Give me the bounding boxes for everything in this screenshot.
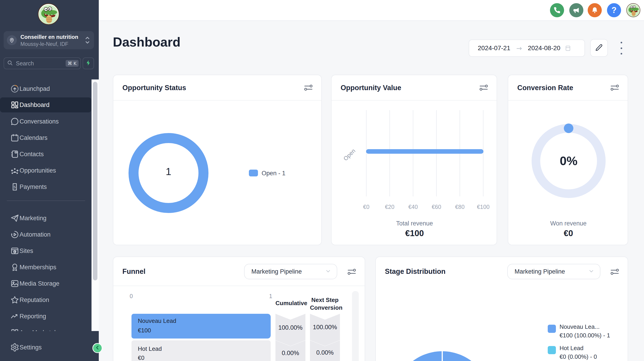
x-tick: €0 xyxy=(357,204,375,210)
funnel-cumulative-value: 0.00% xyxy=(276,350,306,357)
phone-icon xyxy=(554,6,561,14)
legend-swatch-open[interactable] xyxy=(249,170,258,176)
more-options-button[interactable] xyxy=(618,42,624,54)
megaphone-icon xyxy=(573,6,580,14)
location-switcher[interactable]: Conseiller en nutrition Moussy-le-Neuf, … xyxy=(4,31,94,49)
stage-pipeline-select[interactable]: Marketing Pipeline xyxy=(507,264,600,279)
funnel-col-next-step-1: Next Step xyxy=(310,296,340,304)
opportunity-status-card: Opportunity Status 1 Open - 1 xyxy=(113,75,322,245)
sidebar-item-sites[interactable]: Sites xyxy=(0,244,91,258)
funnel-card: Funnel Marketing Pipeline 0 1 Cumulative… xyxy=(113,256,365,361)
card-options-icon[interactable] xyxy=(610,268,620,277)
payments-icon: $ xyxy=(10,182,20,192)
search-input[interactable]: Search ⌘ K xyxy=(4,58,81,69)
date-end: 2024-08-20 xyxy=(528,44,560,52)
stage-distribution-title: Stage Distribution xyxy=(385,257,446,286)
funnel-pipeline-select[interactable]: Marketing Pipeline xyxy=(244,264,337,279)
chat-bubble-icon xyxy=(10,117,20,126)
sidebar-item-memberships[interactable]: Memberships xyxy=(0,260,91,275)
card-options-icon[interactable] xyxy=(479,83,488,93)
total-revenue-value: €100 xyxy=(332,229,498,238)
opportunity-value-title: Opportunity Value xyxy=(340,75,401,100)
legend-swatch-nouveau-lead[interactable] xyxy=(548,325,556,333)
sidebar-item-reporting[interactable]: Reporting xyxy=(0,309,91,324)
stage-distribution-header: Stage Distribution Marketing Pipeline xyxy=(376,257,628,286)
funnel-scrollbar[interactable] xyxy=(352,291,359,361)
opportunity-status-header: Opportunity Status xyxy=(113,75,321,100)
funnel-axis-max: 1 xyxy=(269,293,272,300)
sidebar-item-conversations[interactable]: Conversations xyxy=(0,114,91,129)
sidebar-item-settings[interactable]: Settings xyxy=(0,340,91,355)
sidebar-scrollbar[interactable] xyxy=(92,80,99,331)
legend-label-open: Open - 1 xyxy=(262,170,286,177)
funnel-stage-value: €0 xyxy=(138,354,144,361)
notifications-button[interactable] xyxy=(588,3,602,17)
card-options-icon[interactable] xyxy=(610,83,620,93)
sidebar-item-media-storage[interactable]: Media Storage xyxy=(0,276,91,291)
gauge-marker-dot xyxy=(564,124,574,133)
sidebar-item-opportunities[interactable]: Opportunities xyxy=(0,163,91,178)
card-options-icon[interactable] xyxy=(347,268,356,277)
sidebar-collapse-button[interactable] xyxy=(92,343,102,353)
x-tick: €20 xyxy=(380,204,399,210)
date-range-picker[interactable]: 2024-07-21 → 2024-08-20 xyxy=(469,40,585,57)
sidebar-bottom-section: Settings xyxy=(0,331,99,361)
user-avatar[interactable] xyxy=(626,3,640,17)
page-title: Dashboard xyxy=(113,34,180,50)
star-icon xyxy=(10,295,20,305)
chevron-left-icon xyxy=(94,345,100,352)
announcement-button[interactable] xyxy=(569,3,583,17)
bar-open[interactable] xyxy=(366,149,484,154)
chevron-down-icon xyxy=(325,268,331,275)
sidebar-scrollbar-thumb[interactable] xyxy=(93,82,98,280)
funnel-bar-nouveau-lead[interactable]: Nouveau Lead €100 xyxy=(132,314,271,338)
funnel-header: Funnel Marketing Pipeline xyxy=(113,257,365,286)
bell-icon xyxy=(591,6,598,14)
chevron-up-down-icon xyxy=(84,35,90,46)
chevron-down-icon xyxy=(588,268,594,275)
funnel-stage-name: Nouveau Lead xyxy=(138,318,176,324)
sidebar-item-launchpad[interactable]: Launchpad xyxy=(0,81,91,96)
pie-slice-divider xyxy=(442,351,443,361)
calendar-icon xyxy=(564,45,571,52)
y-axis-label: Open xyxy=(342,148,357,162)
ai-assistant-button[interactable] xyxy=(83,58,94,69)
agency-logo[interactable] xyxy=(38,3,60,25)
sidebar-item-contacts[interactable]: Contacts xyxy=(0,147,91,162)
location-subtitle: Moussy-le-Neuf, IDF xyxy=(20,41,68,47)
search-shortcut-badge: ⌘ K xyxy=(66,60,78,67)
gridline xyxy=(366,110,366,196)
search-placeholder: Search xyxy=(16,60,66,67)
sidebar-item-reputation[interactable]: Reputation xyxy=(0,292,91,308)
dashboard-page: ? Conseiller en nutrition Moussy-le-Neuf… xyxy=(0,0,644,361)
legend-detail-hot-lead: €0 (0.00%) - 0 xyxy=(560,353,597,360)
x-tick: €40 xyxy=(404,204,422,210)
sidebar-item-dashboard[interactable]: Dashboard xyxy=(0,98,91,112)
stage-distribution-card: Stage Distribution Marketing Pipeline No… xyxy=(375,256,628,361)
card-options-icon[interactable] xyxy=(304,83,313,93)
phone-button[interactable] xyxy=(550,3,564,17)
conversion-rate-title: Conversion Rate xyxy=(517,75,573,100)
sidebar-item-automation[interactable]: Automation xyxy=(0,227,91,242)
automation-icon xyxy=(10,230,20,239)
arrow-right-icon: → xyxy=(516,44,522,52)
conversion-rate-value: 0% xyxy=(550,154,587,168)
x-tick: €100 xyxy=(474,204,492,210)
funnel-cumulative-value: 100.00% xyxy=(276,324,306,331)
opportunities-icon xyxy=(10,166,20,175)
edit-dashboard-button[interactable] xyxy=(590,39,608,57)
location-pin-icon xyxy=(7,35,17,45)
funnel-stage-value: €100 xyxy=(138,327,151,334)
contacts-book-icon xyxy=(10,150,20,159)
sidebar-item-payments[interactable]: $ Payments xyxy=(0,179,91,194)
funnel-title: Funnel xyxy=(122,257,146,286)
sidebar-item-calendars[interactable]: Calendars xyxy=(0,130,91,145)
paper-plane-icon xyxy=(10,214,20,223)
image-icon xyxy=(10,279,20,288)
legend-swatch-hot-lead[interactable] xyxy=(548,346,556,354)
funnel-next-step-value: 100.00% xyxy=(310,324,340,331)
conversion-rate-card: Conversion Rate 0% Won revenue €0 xyxy=(508,75,628,245)
help-button[interactable]: ? xyxy=(607,3,621,17)
funnel-bar-hot-lead[interactable]: Hot Lead €0 xyxy=(132,340,271,361)
sidebar-item-marketing[interactable]: Marketing xyxy=(0,211,91,226)
